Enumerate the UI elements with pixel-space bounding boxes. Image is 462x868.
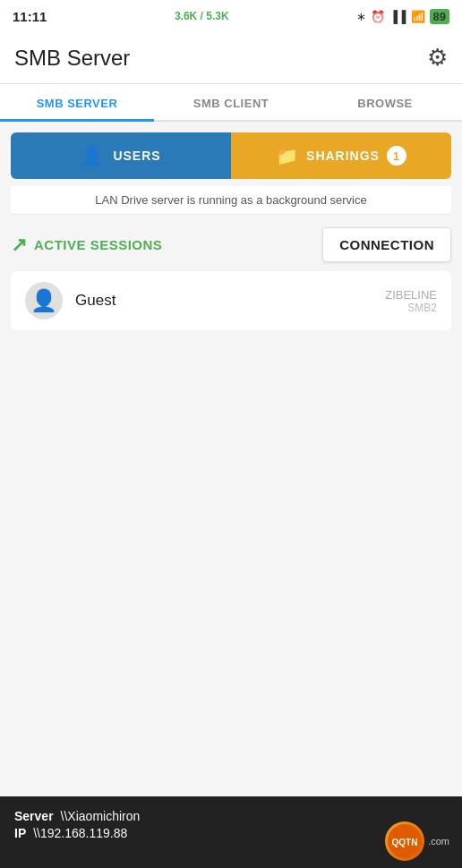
footer-server-row: Server \\Xiaomichiron xyxy=(14,809,448,823)
footer-server-label: Server xyxy=(14,809,54,823)
status-network: 3.6K / 5.3K xyxy=(175,10,229,22)
users-button[interactable]: 👤 USERS xyxy=(11,132,231,179)
footer-ip-value: \\192.168.119.88 xyxy=(33,826,127,840)
wifi-icon: 📶 xyxy=(411,10,425,23)
status-time: 11:11 xyxy=(13,9,47,24)
tab-smb-client[interactable]: SMB CLIENT xyxy=(154,84,308,122)
active-sessions-label: ↗ ACTIVE SESSIONS xyxy=(11,234,322,257)
watermark-logo: QQTN xyxy=(385,821,424,861)
alarm-icon: ⏰ xyxy=(371,10,385,23)
connection-button[interactable]: CONNECTION xyxy=(322,227,451,262)
status-bar: 11:11 3.6K / 5.3K ∗ ⏰ ▐▐ 📶 89 xyxy=(0,0,462,32)
folder-shared-icon: 📁 xyxy=(276,145,299,166)
signal-icon: ▐▐ xyxy=(389,10,406,23)
sessions-text: ACTIVE SESSIONS xyxy=(34,237,162,252)
guest-protocol: SMB2 xyxy=(385,302,437,314)
footer-ip-label: IP xyxy=(14,826,26,840)
status-icons: ∗ ⏰ ▐▐ 📶 89 xyxy=(356,9,449,24)
app-header: SMB Server ⚙ xyxy=(0,32,462,84)
battery-level: 89 xyxy=(430,9,449,24)
user-icon: 👤 xyxy=(81,145,104,166)
watermark-text: .com xyxy=(428,836,449,847)
users-sharings-bar: 👤 USERS 📁 SHARINGS 1 xyxy=(0,122,462,186)
footer-server-value: \\Xiaomichiron xyxy=(61,809,141,823)
person-icon: 👤 xyxy=(30,288,57,313)
footer-ip-row: IP \\192.168.119.88 xyxy=(14,826,448,840)
guest-meta: ZIBELINE SMB2 xyxy=(385,288,437,314)
trending-up-icon: ↗ xyxy=(11,234,27,257)
app-title: SMB Server xyxy=(14,46,130,71)
tab-browse[interactable]: BROWSE xyxy=(308,84,462,122)
sessions-header: ↗ ACTIVE SESSIONS CONNECTION xyxy=(11,227,451,262)
info-message: LAN Drive server is running as a backgro… xyxy=(95,193,366,207)
guest-name: Guest xyxy=(75,292,385,310)
svg-text:QQTN: QQTN xyxy=(392,838,418,847)
footer-watermark: QQTN .com xyxy=(385,821,449,861)
bluetooth-icon: ∗ xyxy=(356,10,366,23)
tab-bar: SMB SERVER SMB CLIENT BROWSE xyxy=(0,84,462,122)
sharings-button[interactable]: 📁 SHARINGS 1 xyxy=(231,132,451,179)
guest-avatar: 👤 xyxy=(25,282,63,319)
guest-host: ZIBELINE xyxy=(385,288,437,302)
settings-button[interactable]: ⚙ xyxy=(427,44,448,72)
guest-session-row: 👤 Guest ZIBELINE SMB2 xyxy=(11,271,451,330)
footer: Server \\Xiaomichiron IP \\192.168.119.8… xyxy=(0,796,462,868)
sharings-badge: 1 xyxy=(387,146,406,166)
users-label: USERS xyxy=(113,149,160,163)
sharings-label: SHARINGS xyxy=(306,149,380,163)
tab-smb-server[interactable]: SMB SERVER xyxy=(0,84,154,122)
info-bar: LAN Drive server is running as a backgro… xyxy=(11,186,451,215)
